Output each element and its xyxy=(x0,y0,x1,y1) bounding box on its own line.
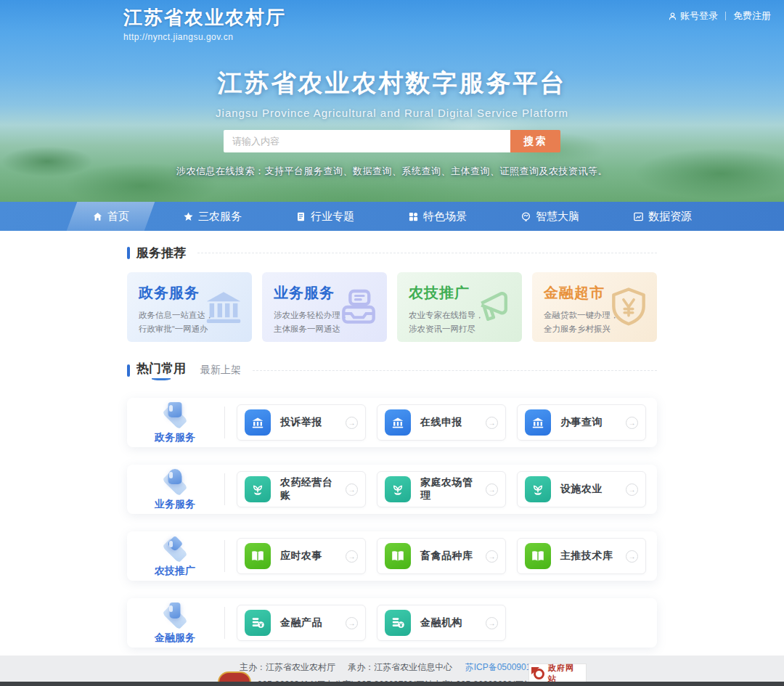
category-finance: 金融服务 xyxy=(137,602,213,645)
star-icon xyxy=(183,211,194,222)
bank-icon xyxy=(245,409,271,436)
main-content: 服务推荐 政务服务 政务信息一站直达， 行政审批“一网通办 业务服务 涉农业务轻… xyxy=(127,245,657,648)
top-bar: 江苏省农业农村厅 http://nynct.jiangsu.gov.cn 账号登… xyxy=(0,0,784,42)
open-book-icon xyxy=(385,543,411,569)
active-tab-underline xyxy=(152,377,171,380)
nav-item-data[interactable]: 数据资源 xyxy=(617,202,708,231)
category-illustration-government xyxy=(157,401,193,429)
nav-label: 智慧大脑 xyxy=(536,210,579,224)
divider xyxy=(224,473,225,505)
service-row-business: 业务服务 农药经营台账 → 家庭农场管理 → 设施农业 → xyxy=(127,465,657,514)
nav-label: 三农服务 xyxy=(198,210,242,224)
search-input[interactable] xyxy=(224,130,510,152)
inbox-chat-icon xyxy=(336,285,381,330)
nav-label: 特色场景 xyxy=(423,210,467,224)
tab-newest[interactable]: 最新上架 xyxy=(200,364,241,377)
card-finance-market[interactable]: 金融超市 金融贷款一键办理， 全力服务乡村振兴 xyxy=(532,272,657,342)
arrow-right-icon: → xyxy=(486,550,498,563)
item-financial-products[interactable]: 金融产品 → xyxy=(237,605,366,641)
search-button[interactable]: 搜索 xyxy=(510,130,560,152)
sprout-icon xyxy=(385,476,411,502)
platform-subtitle: Jiangsu Province Agricultural and Rural … xyxy=(0,107,784,119)
item-affairs-inquiry[interactable]: 办事查询 → xyxy=(517,404,646,441)
service-row-finance: 金融服务 金融产品 → 金融机构 → xyxy=(127,598,657,648)
hero-banner: 江苏省农业农村厅 http://nynct.jiangsu.gov.cn 账号登… xyxy=(0,0,784,202)
user-icon xyxy=(668,12,677,21)
category-label: 农技推广 xyxy=(137,565,213,578)
category-label: 政务服务 xyxy=(137,431,213,444)
divider xyxy=(725,12,726,20)
site-url: http://nynct.jiangsu.gov.cn xyxy=(123,32,286,42)
recommend-section-title: 服务推荐 xyxy=(136,245,186,261)
nav-item-sannong[interactable]: 三农服务 xyxy=(167,202,258,231)
arrow-right-icon: → xyxy=(626,550,638,563)
sprout-icon xyxy=(525,476,551,502)
nav-item-industry[interactable]: 行业专题 xyxy=(279,202,370,231)
item-seasonal-farming[interactable]: 应时农事 → xyxy=(237,538,366,574)
bank-icon xyxy=(385,409,411,436)
item-label: 畜禽品种库 xyxy=(420,550,476,563)
divider xyxy=(224,407,225,438)
nav-label: 行业专题 xyxy=(311,210,354,224)
card-agritech-extension[interactable]: 农技推广 农业专家在线指导， 涉农资讯一网打尽 xyxy=(397,272,522,342)
divider xyxy=(224,607,225,639)
footer-organizer: 承办：江苏省农业信息中心 xyxy=(348,662,452,672)
item-label: 主推技术库 xyxy=(560,550,616,563)
nav-item-scenes[interactable]: 特色场景 xyxy=(392,202,483,231)
item-label: 金融产品 xyxy=(280,616,336,629)
nav-item-home[interactable]: 首页 xyxy=(76,202,145,231)
platform-title: 江苏省农业农村数字服务平台 xyxy=(0,67,784,100)
national-emblem-badge xyxy=(218,671,251,682)
page: 江苏省农业农村厅 http://nynct.jiangsu.gov.cn 账号登… xyxy=(0,0,784,686)
item-list: 投诉举报 → 在线申报 → 办事查询 → xyxy=(237,404,646,441)
item-list: 金融产品 → 金融机构 → xyxy=(237,605,506,641)
category-illustration-business xyxy=(157,468,193,496)
divider xyxy=(224,540,225,572)
item-label: 设施农业 xyxy=(560,483,616,496)
item-label: 金融机构 xyxy=(420,616,476,629)
gov-website-badge[interactable]: 政府网站 xyxy=(528,663,587,684)
account-links: 账号登录 免费注册 xyxy=(668,9,771,23)
login-label: 账号登录 xyxy=(680,9,718,23)
grid-icon xyxy=(408,211,419,222)
card-business-services[interactable]: 业务服务 涉农业务轻松办理， 主体服务一网通达 xyxy=(262,272,387,342)
item-livestock-breed-db[interactable]: 畜禽品种库 → xyxy=(377,538,506,574)
nav-item-brain[interactable]: 智慧大脑 xyxy=(505,202,595,231)
footer-host: 主办：江苏省农业农村厅 xyxy=(240,662,335,672)
search-bar: 搜索 xyxy=(0,130,784,152)
item-label: 家庭农场管理 xyxy=(420,476,476,502)
gov-badge-icon xyxy=(534,669,544,679)
divider xyxy=(197,253,657,253)
card-government-services[interactable]: 政务服务 政务信息一站直达， 行政审批“一网通办 xyxy=(127,272,252,342)
arrow-right-icon: → xyxy=(346,483,358,496)
item-family-farm[interactable]: 家庭农场管理 → xyxy=(377,471,506,507)
category-illustration-finance xyxy=(157,602,193,629)
register-link[interactable]: 免费注册 xyxy=(733,9,771,23)
brain-icon xyxy=(520,211,531,222)
arrow-right-icon: → xyxy=(626,483,638,496)
nav-label: 数据资源 xyxy=(648,210,692,224)
category-agritech: 农技推广 xyxy=(137,535,213,578)
main-nav: 首页 三农服务 行业专题 特色场景 智慧大脑 数据资源 xyxy=(0,202,784,231)
item-main-technology-db[interactable]: 主推技术库 → xyxy=(517,538,646,574)
item-complaint-report[interactable]: 投诉举报 → xyxy=(237,404,366,441)
item-financial-institutions[interactable]: 金融机构 → xyxy=(377,605,506,641)
service-row-government: 政务服务 投诉举报 → 在线申报 → 办事查询 → xyxy=(127,398,657,447)
arrow-right-icon: → xyxy=(626,417,638,429)
arrow-right-icon: → xyxy=(346,550,358,563)
tab-hot-common[interactable]: 热门常用 xyxy=(136,360,186,380)
item-online-declaration[interactable]: 在线申报 → xyxy=(377,404,506,441)
item-facility-agriculture[interactable]: 设施农业 → xyxy=(517,471,646,507)
item-label: 农药经营台账 xyxy=(280,476,336,502)
tab-hot-label: 热门常用 xyxy=(136,362,186,375)
recommend-cards: 政务服务 政务信息一站直达， 行政审批“一网通办 业务服务 涉农业务轻松办理， … xyxy=(127,272,657,342)
item-label: 在线申报 xyxy=(420,416,476,429)
item-pesticide-ledger[interactable]: 农药经营台账 → xyxy=(237,471,366,507)
item-label: 应时农事 xyxy=(280,550,336,563)
footer-line1: 主办：江苏省农业农村厅 承办：江苏省农业信息中心 苏ICP备05009012号 xyxy=(0,656,784,674)
coins-icon xyxy=(385,610,411,636)
login-link[interactable]: 账号登录 xyxy=(668,9,718,23)
arrow-right-icon: → xyxy=(486,417,498,429)
open-book-icon xyxy=(245,543,271,569)
arrow-right-icon: → xyxy=(346,417,358,429)
